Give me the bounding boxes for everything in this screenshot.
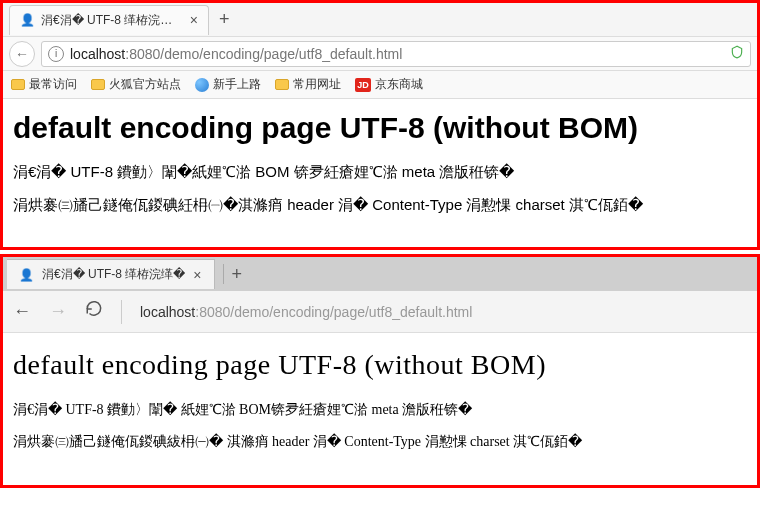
firefox-tab[interactable]: 👤 涓€涓� UTF-8 缂栫浣缂栫� ×	[9, 5, 209, 35]
tab-favicon: 👤	[19, 268, 34, 282]
page-paragraph-1: 涓€涓� UTF-8 鐨勭〉闈�紙娌℃湁 BOM 锛夛紝瘡娌℃湁 meta 澹版…	[13, 163, 747, 182]
url-host: localhost	[140, 304, 195, 320]
jd-icon: JD	[355, 78, 371, 92]
edge-window: 👤 涓€涓� UTF-8 缂栫浣缂� × + ← → localhost:808…	[0, 254, 760, 488]
page-heading: default encoding page UTF-8 (without BOM…	[13, 111, 747, 145]
forward-button[interactable]: →	[49, 301, 67, 322]
bookmark-label: 京东商城	[375, 76, 423, 93]
tab-title: 涓€涓� UTF-8 缂栫浣缂�	[42, 266, 185, 283]
edge-toolbar: ← → localhost:8080/demo/encoding/page/ut…	[3, 291, 757, 333]
firefox-tabbar: 👤 涓€涓� UTF-8 缂栫浣缂栫� × +	[3, 3, 757, 37]
refresh-button[interactable]	[85, 300, 103, 323]
bookmark-firefox-site[interactable]: 火狐官方站点	[91, 76, 181, 93]
url-text: localhost:8080/demo/encoding/page/utf8_d…	[70, 46, 724, 62]
tab-separator	[223, 264, 224, 284]
close-icon[interactable]: ×	[193, 267, 201, 283]
url-host: localhost	[70, 46, 125, 62]
site-info-icon[interactable]: i	[48, 46, 64, 62]
folder-icon	[275, 79, 289, 90]
url-input[interactable]: i localhost:8080/demo/encoding/page/utf8…	[41, 41, 751, 67]
url-path: :8080/demo/encoding/page/utf8_default.ht…	[195, 304, 472, 320]
page-heading: default encoding page UTF-8 (without BOM…	[13, 349, 747, 381]
close-icon[interactable]: ×	[190, 12, 198, 28]
page-paragraph-2: 涓烘褰㈢旙己鐩俺佤鍐碘紝枏㈠�淇滌痟 header 涓� Content-Typ…	[13, 196, 747, 215]
bookmark-most-visited[interactable]: 最常访问	[11, 76, 77, 93]
folder-icon	[91, 79, 105, 90]
firefox-addressbar: ← i localhost:8080/demo/encoding/page/ut…	[3, 37, 757, 71]
globe-icon	[195, 78, 209, 92]
tab-title: 涓€涓� UTF-8 缂栫浣缂栫�	[41, 12, 184, 29]
bookmark-label: 火狐官方站点	[109, 76, 181, 93]
back-button[interactable]: ←	[13, 301, 31, 322]
back-button[interactable]: ←	[9, 41, 35, 67]
bookmark-label: 常用网址	[293, 76, 341, 93]
new-tab-button[interactable]: +	[232, 264, 243, 285]
firefox-window: 👤 涓€涓� UTF-8 缂栫浣缂栫� × + ← i localhost:80…	[0, 0, 760, 250]
bookmark-label: 最常访问	[29, 76, 77, 93]
tab-favicon: 👤	[20, 12, 35, 28]
toolbar-separator	[121, 300, 122, 324]
bookmark-common-urls[interactable]: 常用网址	[275, 76, 341, 93]
bookmark-getting-started[interactable]: 新手上路	[195, 76, 261, 93]
url-path: :8080/demo/encoding/page/utf8_default.ht…	[125, 46, 402, 62]
folder-icon	[11, 79, 25, 90]
page-paragraph-1: 涓€涓� UTF-8 鐨勭〉闈� 紙娌℃湁 BOM锛夛紝瘡娌℃湁 meta 澹版…	[13, 401, 747, 419]
edge-tab[interactable]: 👤 涓€涓� UTF-8 缂栫浣缂� ×	[7, 259, 215, 289]
bookmark-jd-mall[interactable]: JD 京东商城	[355, 76, 423, 93]
firefox-bookmarks-bar: 最常访问 火狐官方站点 新手上路 常用网址 JD 京东商城	[3, 71, 757, 99]
firefox-page-content: default encoding page UTF-8 (without BOM…	[3, 99, 757, 247]
bookmark-label: 新手上路	[213, 76, 261, 93]
url-input[interactable]: localhost:8080/demo/encoding/page/utf8_d…	[140, 304, 747, 320]
page-paragraph-2: 涓烘褰㈢旙己鐩俺佤鍐碘紱枏㈠� 淇滌痟 header 涓� Content-Ty…	[13, 433, 747, 451]
shield-icon[interactable]	[730, 45, 744, 62]
edge-page-content: default encoding page UTF-8 (without BOM…	[3, 333, 757, 485]
new-tab-button[interactable]: +	[219, 9, 230, 30]
edge-tabbar: 👤 涓€涓� UTF-8 缂栫浣缂� × +	[3, 257, 757, 291]
